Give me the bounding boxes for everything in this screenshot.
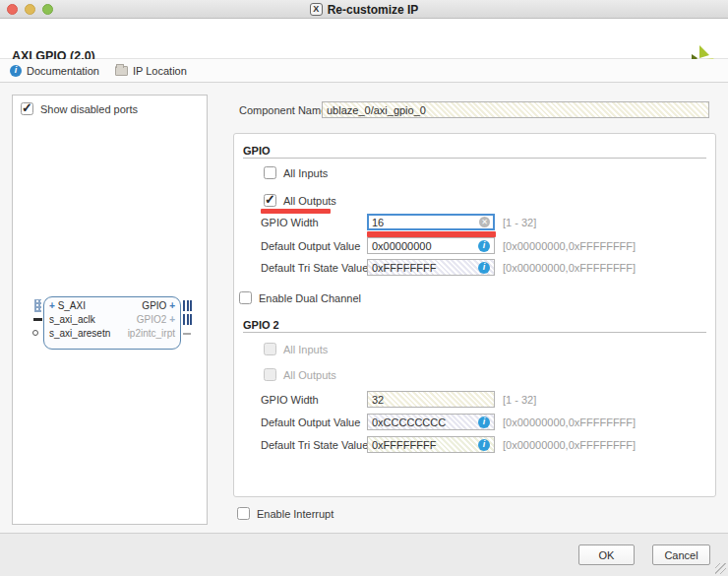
info-icon[interactable]: i xyxy=(478,416,490,428)
gpio-width-input[interactable]: 16 ✕ xyxy=(367,214,495,230)
port-gpio[interactable]: GPIO + xyxy=(142,300,175,311)
gpio2-width-range: [1 - 32] xyxy=(503,394,536,406)
show-disabled-ports-checkbox[interactable]: ✓ Show disabled ports xyxy=(21,102,138,115)
expand-icon[interactable]: + xyxy=(49,300,55,311)
gpio2-default-output-label: Default Output Value xyxy=(261,416,360,428)
enable-interrupt-label: Enable Interrupt xyxy=(257,508,334,520)
checkbox-box xyxy=(264,368,276,381)
checkbox-box xyxy=(237,507,250,520)
default-tri-value: 0xFFFFFFFF xyxy=(372,262,474,274)
gpio2-section-title: GPIO 2 xyxy=(243,319,279,331)
port-label: S_AXI xyxy=(58,300,86,311)
ok-button[interactable]: OK xyxy=(578,544,635,565)
folder-icon xyxy=(115,66,128,76)
default-output-input[interactable]: 0x00000000 i xyxy=(367,237,495,254)
port-ip2intc-irpt[interactable]: ip2intc_irpt xyxy=(128,328,175,339)
x11-app-icon: X xyxy=(310,3,323,16)
dialog-header: AXI GPIO (2.0) xyxy=(0,19,728,59)
clear-icon[interactable]: ✕ xyxy=(479,217,490,227)
info-icon[interactable]: i xyxy=(478,240,490,252)
gpio2-default-output-value: 0xCCCCCCCC xyxy=(372,416,474,428)
checkbox-box xyxy=(264,166,276,179)
gpio-section-rule xyxy=(243,158,706,159)
gpio2-bus-icon xyxy=(183,314,192,325)
info-icon[interactable]: i xyxy=(478,439,490,451)
reset-pin-icon xyxy=(32,330,38,336)
ip-location-label: IP Location xyxy=(133,65,187,77)
default-output-label: Default Output Value xyxy=(261,240,360,252)
default-output-range: [0x00000000,0xFFFFFFFF] xyxy=(503,240,636,252)
axi-bus-icon xyxy=(34,299,41,312)
resize-grip[interactable] xyxy=(715,563,726,574)
default-output-value: 0x00000000 xyxy=(372,240,474,252)
check-icon: ✓ xyxy=(22,100,32,115)
gpio-bus-icon xyxy=(183,300,192,311)
gpio-width-label: GPIO Width xyxy=(261,217,319,228)
gpio-all-inputs-checkbox[interactable]: All Inputs xyxy=(264,166,328,179)
clock-pin-icon xyxy=(33,318,42,321)
enable-dual-channel-label: Enable Dual Channel xyxy=(259,292,361,304)
gpio2-width-value: 32 xyxy=(372,394,490,406)
documentation-info-icon: i xyxy=(10,65,22,77)
expand-icon[interactable]: + xyxy=(169,300,175,311)
gpio-width-range: [1 - 32] xyxy=(503,217,536,228)
gpio2-default-tri-input: 0xFFFFFFFF i xyxy=(367,436,495,453)
all-inputs-label: All Inputs xyxy=(283,167,328,179)
annotation-underline-all-outputs xyxy=(261,209,331,214)
checkbox-box: ✓ xyxy=(21,102,33,115)
component-name-value: ublaze_0/axi_gpio_0 xyxy=(327,104,704,116)
all-outputs-label: All Outputs xyxy=(283,195,336,207)
documentation-button[interactable]: i Documentation xyxy=(10,65,99,77)
port-gpio2[interactable]: GPIO2 + xyxy=(137,314,175,325)
all-inputs-label: All Inputs xyxy=(283,344,328,355)
ip-location-button[interactable]: IP Location xyxy=(115,65,187,77)
gpio2-width-input: 32 xyxy=(367,391,495,408)
gpio-section-title: GPIO xyxy=(243,145,271,157)
component-name-field: ublaze_0/axi_gpio_0 xyxy=(322,101,709,118)
port-s-axi-aclk[interactable]: s_axi_aclk xyxy=(49,314,95,325)
gpio2-width-label: GPIO Width xyxy=(261,394,319,406)
gpio-all-outputs-checkbox[interactable]: ✓ All Outputs xyxy=(264,194,336,207)
show-disabled-ports-label: Show disabled ports xyxy=(40,103,138,115)
gpio2-all-outputs-checkbox: All Outputs xyxy=(264,368,336,381)
dialog-footer: OK Cancel xyxy=(0,533,728,576)
enable-interrupt-checkbox[interactable]: Enable Interrupt xyxy=(237,507,334,520)
cancel-button[interactable]: Cancel xyxy=(652,544,710,565)
checkbox-box xyxy=(264,343,276,355)
default-tri-input: 0xFFFFFFFF i xyxy=(367,259,495,276)
default-tri-range: [0x00000000,0xFFFFFFFF] xyxy=(503,262,636,274)
enable-dual-channel-checkbox[interactable]: Enable Dual Channel xyxy=(239,291,361,304)
documentation-label: Documentation xyxy=(27,65,99,77)
gpio2-default-tri-range: [0x00000000,0xFFFFFFFF] xyxy=(503,439,636,451)
port-label: GPIO xyxy=(142,300,166,311)
gpio2-default-output-range: [0x00000000,0xFFFFFFFF] xyxy=(503,416,636,428)
gpio2-default-output-input: 0xCCCCCCCC i xyxy=(367,414,495,430)
default-tri-label: Default Tri State Value xyxy=(261,262,368,274)
port-s-axi[interactable]: + S_AXI xyxy=(49,300,86,311)
all-outputs-label: All Outputs xyxy=(283,369,336,381)
window-titlebar: X Re-customize IP xyxy=(0,0,728,19)
expand-icon[interactable]: + xyxy=(169,314,175,325)
check-icon: ✓ xyxy=(265,192,275,207)
window-title: Re-customize IP xyxy=(328,3,419,17)
port-label: GPIO2 xyxy=(137,314,167,325)
dialog-toolbar: i Documentation IP Location xyxy=(0,59,728,83)
info-icon[interactable]: i xyxy=(478,262,490,274)
irpt-pin-icon xyxy=(183,333,191,335)
port-s-axi-aresetn[interactable]: s_axi_aresetn xyxy=(49,328,110,339)
gpio-width-value: 16 xyxy=(372,217,475,228)
gpio2-default-tri-value: 0xFFFFFFFF xyxy=(372,439,474,451)
gpio2-default-tri-label: Default Tri State Value xyxy=(261,439,368,451)
checkbox-box xyxy=(239,291,252,304)
gpio2-all-inputs-checkbox: All Inputs xyxy=(264,343,328,355)
component-name-label: Component Name xyxy=(239,104,327,116)
checkbox-box: ✓ xyxy=(264,194,276,207)
gpio2-section-rule xyxy=(243,332,706,333)
